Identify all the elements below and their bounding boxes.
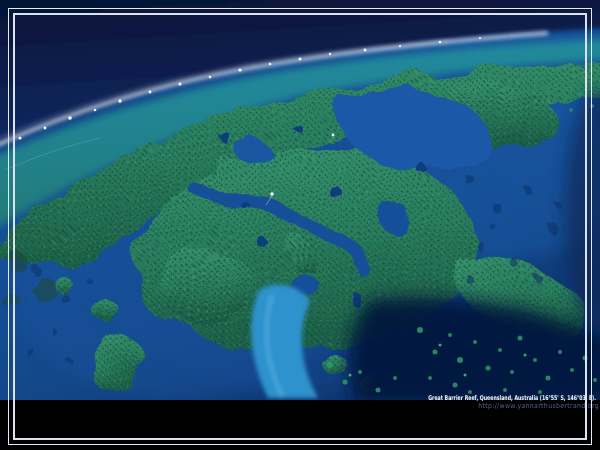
reef-photo	[0, 0, 600, 400]
photo-caption: Great Barrier Reef, Queensland, Australi…	[363, 394, 596, 410]
caption-title: Great Barrier Reef, Queensland, Australi…	[428, 394, 596, 402]
caption-url: http://www.yannarthusbertrand.org	[391, 402, 599, 410]
reef-photo-art	[0, 0, 600, 400]
wallpaper: Great Barrier Reef, Queensland, Australi…	[0, 0, 600, 450]
